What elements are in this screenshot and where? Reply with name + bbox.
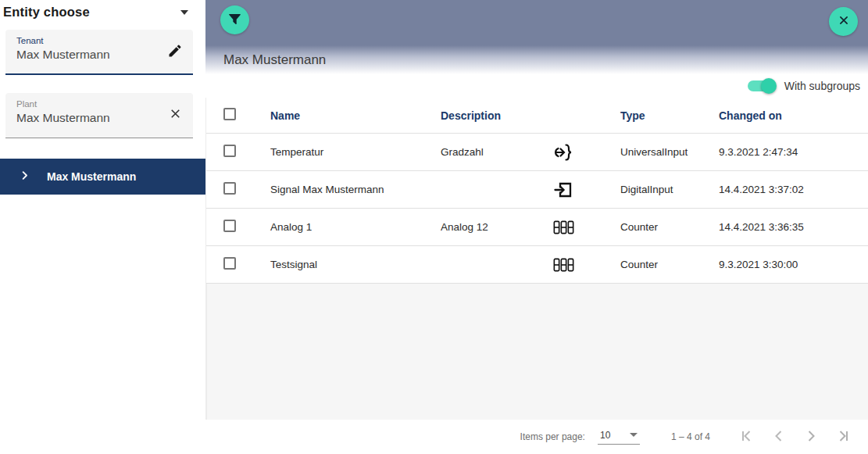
tenant-field[interactable]: Tenant Max Mustermann <box>5 30 193 75</box>
paginator: Items per page: 10 1 – 4 of 4 <box>205 420 868 454</box>
panel-topbar <box>205 0 868 45</box>
tenant-field-value: Max Mustermann <box>16 48 159 62</box>
items-per-page-label: Items per page: <box>520 431 585 442</box>
chevron-right-icon <box>19 170 30 184</box>
next-page-icon <box>802 427 820 448</box>
universal-input-icon <box>553 142 620 163</box>
table-empty-area <box>206 284 868 420</box>
table-row[interactable]: Temperatur Gradzahl UniversalInput 9.3.2… <box>206 134 868 171</box>
with-subgroups-label: With subgroups <box>784 80 860 92</box>
cell-type: Counter <box>620 221 719 233</box>
tree-item-label: Max Mustermann <box>47 170 136 183</box>
edit-tenant-button[interactable] <box>165 41 185 62</box>
cell-changed-on: 9.3.2021 2:47:34 <box>719 146 868 158</box>
select-all-checkbox[interactable] <box>223 108 236 120</box>
clear-plant-button[interactable] <box>165 105 185 125</box>
cell-type: DigitalInput <box>620 184 719 195</box>
sidebar-title: Entity choose <box>3 5 90 20</box>
table-row[interactable]: Analog 1 Analog 12 Counter 14.4.2021 3:3… <box>206 209 868 246</box>
cell-changed-on: 14.4.2021 3:37:02 <box>719 184 868 195</box>
collapse-caret-icon[interactable] <box>180 10 188 15</box>
header-description: Description <box>441 109 553 122</box>
select-caret-icon <box>630 433 638 437</box>
sidebar-header: Entity choose <box>0 0 205 20</box>
table-row[interactable]: Testsignal Counter 9.3.2021 3:30:00 <box>206 246 868 284</box>
digital-input-icon <box>553 180 620 200</box>
tenant-field-label: Tenant <box>16 36 159 45</box>
plant-field[interactable]: Plant Max Mustermann <box>5 93 193 138</box>
first-page-icon <box>738 427 756 448</box>
page-range-label: 1 – 4 of 4 <box>671 431 710 442</box>
counter-icon <box>553 258 620 272</box>
toggle-thumb <box>761 78 777 94</box>
funnel-icon <box>227 12 242 29</box>
header-type: Type <box>620 109 719 122</box>
close-x-icon <box>837 13 851 30</box>
entity-choose-app: Entity choose Tenant Max Mustermann Plan… <box>0 0 868 454</box>
cell-changed-on: 14.4.2021 3:36:35 <box>719 221 868 233</box>
last-page-button[interactable] <box>827 421 859 452</box>
cell-name: Analog 1 <box>270 221 441 233</box>
panel-title-bar: Max Mustermann <box>205 45 868 74</box>
pencil-icon <box>167 43 183 61</box>
plant-field-value: Max Mustermann <box>16 111 159 125</box>
sidebar-tree-item-max-mustermann[interactable]: Max Mustermann <box>0 159 205 195</box>
cell-type: Counter <box>620 259 719 270</box>
row-checkbox[interactable] <box>223 257 236 270</box>
sidebar: Entity choose Tenant Max Mustermann Plan… <box>0 0 205 454</box>
items-per-page-value: 10 <box>600 430 610 441</box>
table-row[interactable]: Signal Max Mustermann DigitalInput 14.4.… <box>206 171 868 209</box>
with-subgroups-toggle[interactable] <box>748 80 774 91</box>
filter-button[interactable] <box>220 5 249 34</box>
counter-icon <box>553 220 620 234</box>
cell-name: Temperatur <box>270 146 441 158</box>
cell-changed-on: 9.3.2021 3:30:00 <box>719 259 868 270</box>
previous-page-icon <box>770 427 788 448</box>
cell-name: Signal Max Mustermann <box>270 184 441 195</box>
subgroups-toggle-row: With subgroups <box>205 74 868 98</box>
items-per-page-select[interactable]: 10 <box>598 430 640 445</box>
row-checkbox[interactable] <box>223 220 236 232</box>
row-checkbox[interactable] <box>223 145 236 157</box>
first-page-button[interactable] <box>730 421 763 452</box>
last-page-icon <box>834 427 852 448</box>
table-header-row: Name Description Type Changed on <box>206 98 868 134</box>
cell-description: Gradzahl <box>441 146 553 158</box>
plant-field-label: Plant <box>16 99 159 109</box>
cell-description: Analog 12 <box>441 221 553 233</box>
cell-type: UniversalInput <box>620 146 719 158</box>
row-checkbox[interactable] <box>223 182 236 195</box>
signals-panel: Max Mustermann With subgroups Name Descr… <box>205 0 868 454</box>
panel-title: Max Mustermann <box>223 52 326 68</box>
header-changed-on: Changed on <box>719 109 868 122</box>
previous-page-button[interactable] <box>763 421 795 452</box>
next-page-button[interactable] <box>795 421 827 452</box>
clear-x-icon <box>168 106 183 123</box>
header-name: Name <box>270 109 441 122</box>
signals-table: Name Description Type Changed on Tempera… <box>205 98 868 420</box>
close-button[interactable] <box>829 7 858 36</box>
cell-name: Testsignal <box>270 259 441 270</box>
